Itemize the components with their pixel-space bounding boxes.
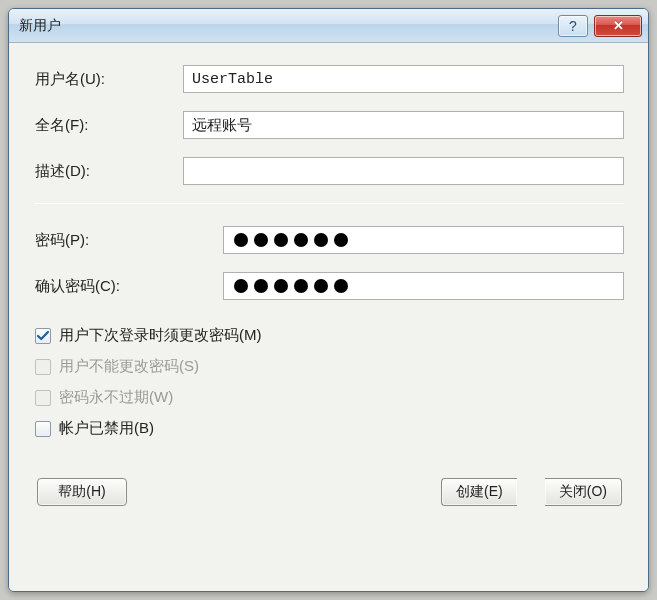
checkbox-icon bbox=[35, 359, 51, 375]
row-fullname: 全名(F): 远程账号 bbox=[35, 111, 624, 139]
username-value: UserTable bbox=[192, 71, 273, 88]
dialog-button-bar: 帮助(H) 创建(E) 关闭(O) bbox=[35, 478, 624, 506]
check-cannot-change-password: 用户不能更改密码(S) bbox=[35, 357, 624, 376]
create-button[interactable]: 创建(E) bbox=[441, 478, 517, 506]
username-input[interactable]: UserTable bbox=[183, 65, 624, 93]
password-label: 密码(P): bbox=[35, 231, 223, 250]
fullname-value: 远程账号 bbox=[192, 116, 252, 135]
check-label: 密码永不过期(W) bbox=[59, 388, 173, 407]
checkbox-icon bbox=[35, 421, 51, 437]
password-mask bbox=[232, 233, 348, 247]
row-username: 用户名(U): UserTable bbox=[35, 65, 624, 93]
password-input[interactable] bbox=[223, 226, 624, 254]
close-icon: ✕ bbox=[613, 18, 624, 33]
dialog-window: 新用户 ? ✕ 用户名(U): UserTable 全名(F): 远程账号 描述… bbox=[8, 8, 649, 592]
dialog-client-area: 用户名(U): UserTable 全名(F): 远程账号 描述(D): 密码(… bbox=[9, 43, 648, 591]
close-button[interactable]: 关闭(O) bbox=[545, 478, 622, 506]
close-window-button[interactable]: ✕ bbox=[594, 15, 642, 37]
checkbox-icon bbox=[35, 390, 51, 406]
confirm-password-mask bbox=[232, 279, 348, 293]
check-password-never-expires: 密码永不过期(W) bbox=[35, 388, 624, 407]
description-label: 描述(D): bbox=[35, 162, 183, 181]
check-label: 用户下次登录时须更改密码(M) bbox=[59, 326, 262, 345]
fullname-input[interactable]: 远程账号 bbox=[183, 111, 624, 139]
checkbox-group: 用户下次登录时须更改密码(M) 用户不能更改密码(S) 密码永不过期(W) 帐户… bbox=[35, 326, 624, 438]
button-label: 创建(E) bbox=[456, 483, 503, 501]
check-label: 帐户已禁用(B) bbox=[59, 419, 154, 438]
row-confirm-password: 确认密码(C): bbox=[35, 272, 624, 300]
check-must-change-password[interactable]: 用户下次登录时须更改密码(M) bbox=[35, 326, 624, 345]
checkbox-icon bbox=[35, 328, 51, 344]
confirm-password-label: 确认密码(C): bbox=[35, 277, 223, 296]
check-label: 用户不能更改密码(S) bbox=[59, 357, 199, 376]
check-account-disabled[interactable]: 帐户已禁用(B) bbox=[35, 419, 624, 438]
row-password: 密码(P): bbox=[35, 226, 624, 254]
fullname-label: 全名(F): bbox=[35, 116, 183, 135]
button-label: 关闭(O) bbox=[559, 483, 607, 501]
description-input[interactable] bbox=[183, 157, 624, 185]
separator bbox=[35, 203, 624, 204]
caption-buttons: ? ✕ bbox=[558, 15, 642, 37]
window-title: 新用户 bbox=[19, 17, 61, 35]
button-label: 帮助(H) bbox=[58, 483, 105, 501]
username-label: 用户名(U): bbox=[35, 70, 183, 89]
help-action-button[interactable]: 帮助(H) bbox=[37, 478, 127, 506]
titlebar: 新用户 ? ✕ bbox=[9, 9, 648, 43]
row-description: 描述(D): bbox=[35, 157, 624, 185]
help-button[interactable]: ? bbox=[558, 15, 588, 37]
confirm-password-input[interactable] bbox=[223, 272, 624, 300]
help-icon: ? bbox=[569, 18, 577, 34]
